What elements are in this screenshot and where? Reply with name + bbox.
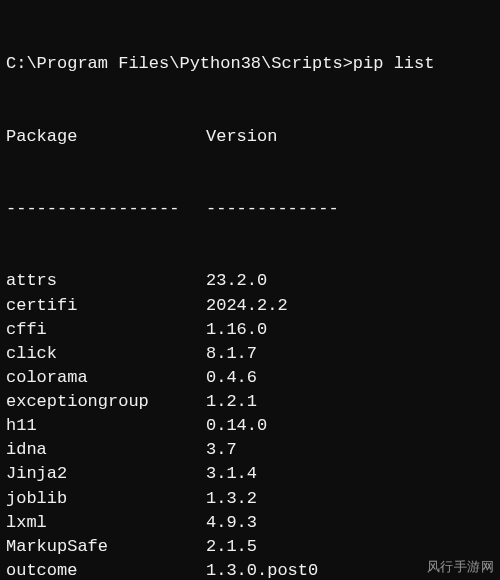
package-row: colorama0.4.6 [6,366,494,390]
header-version: Version [206,125,277,149]
package-name: cffi [6,318,206,342]
package-version: 1.3.0.post0 [206,559,318,580]
package-name: h11 [6,414,206,438]
package-name: colorama [6,366,206,390]
package-version: 2024.2.2 [206,294,288,318]
package-row: joblib1.3.2 [6,487,494,511]
divider-version: ------------- [206,197,339,221]
package-row: cffi1.16.0 [6,318,494,342]
package-version: 3.7 [206,438,237,462]
package-name: joblib [6,487,206,511]
package-name: idna [6,438,206,462]
package-name: lxml [6,511,206,535]
package-version: 2.1.5 [206,535,257,559]
package-version: 0.14.0 [206,414,267,438]
package-version: 4.9.3 [206,511,257,535]
package-version: 23.2.0 [206,269,267,293]
package-row: attrs23.2.0 [6,269,494,293]
package-row: outcome1.3.0.post0 [6,559,494,580]
package-row: lxml4.9.3 [6,511,494,535]
prompt-path: C:\Program Files\Python38\Scripts> [6,54,353,73]
header-row: PackageVersion [6,125,494,149]
header-package: Package [6,125,206,149]
package-row: certifi2024.2.2 [6,294,494,318]
package-row: exceptiongroup1.2.1 [6,390,494,414]
package-version: 1.16.0 [206,318,267,342]
package-version: 8.1.7 [206,342,257,366]
package-name: click [6,342,206,366]
prompt-command: pip list [353,54,435,73]
package-name: outcome [6,559,206,580]
package-version: 0.4.6 [206,366,257,390]
package-name: exceptiongroup [6,390,206,414]
package-name: MarkupSafe [6,535,206,559]
package-row: MarkupSafe2.1.5 [6,535,494,559]
package-row: idna3.7 [6,438,494,462]
package-version: 3.1.4 [206,462,257,486]
package-row: h110.14.0 [6,414,494,438]
package-name: attrs [6,269,206,293]
package-version: 1.3.2 [206,487,257,511]
package-row: click8.1.7 [6,342,494,366]
package-version: 1.2.1 [206,390,257,414]
package-name: certifi [6,294,206,318]
package-row: Jinja23.1.4 [6,462,494,486]
prompt-line: C:\Program Files\Python38\Scripts>pip li… [6,52,494,76]
divider-package: ----------------- [6,197,206,221]
package-list: attrs23.2.0certifi2024.2.2cffi1.16.0clic… [6,269,494,580]
divider-row: ------------------------------ [6,197,494,221]
package-name: Jinja2 [6,462,206,486]
terminal-output[interactable]: C:\Program Files\Python38\Scripts>pip li… [6,4,494,580]
